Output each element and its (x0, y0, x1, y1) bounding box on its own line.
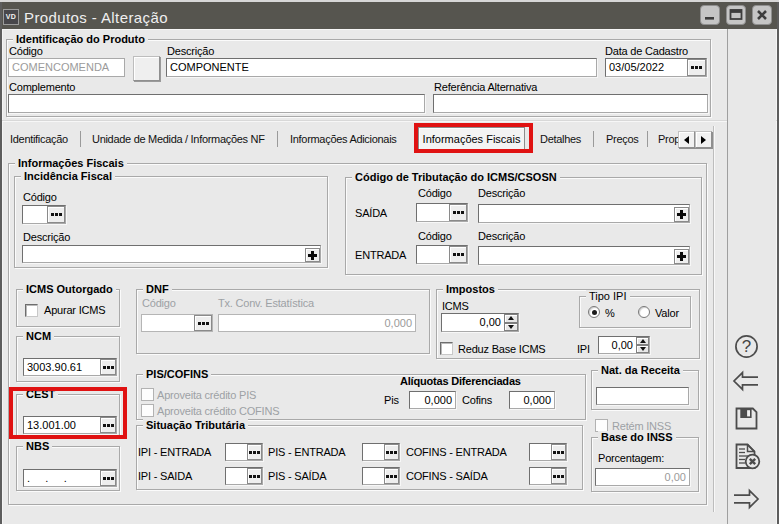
codigo-aux-button[interactable] (133, 56, 160, 81)
cofins-entrada-ellipsis-button[interactable] (551, 444, 566, 460)
ipi-saida-ellipsis-button[interactable] (247, 468, 262, 484)
nbs-ellipsis-button[interactable] (100, 470, 116, 486)
spin-up-icon[interactable] (636, 337, 649, 345)
ncm-ellipsis-button[interactable] (100, 359, 116, 375)
ipi-entrada-input[interactable] (226, 444, 247, 460)
aproveita-credito-pis-checkbox[interactable] (141, 388, 154, 401)
tributacao-saida-descricao-plus-button[interactable] (674, 207, 689, 222)
ipi-input[interactable]: 0,00 (599, 337, 636, 353)
data-cadastro-ellipsis-button[interactable] (687, 59, 706, 76)
sidebar-separator (727, 29, 728, 524)
descricao-input[interactable]: COMPONENTE (166, 58, 597, 77)
tributacao-entrada-codigo-field (416, 245, 468, 264)
tributacao-saida-codigo-ellipsis-button[interactable] (449, 204, 467, 221)
cofins-saida-ellipsis-button[interactable] (551, 468, 566, 484)
save-button[interactable] (735, 407, 758, 430)
incidencia-descricao-plus-button[interactable] (305, 248, 320, 262)
aliquotas-pis-input[interactable]: 0,000 (409, 391, 456, 409)
cancel-document-button[interactable] (734, 443, 762, 471)
forward-button[interactable] (732, 487, 760, 511)
tab-informacoes-adicionais[interactable]: Informações Adicionais (290, 133, 397, 146)
tab-precos[interactable]: Preços (606, 133, 638, 146)
descricao-label: Descrição (167, 45, 214, 58)
title-bar[interactable]: VD Produtos - Alteração (0, 2, 779, 29)
tab-unidade-medida[interactable]: Unidade de Medida / Informações NF (92, 133, 265, 146)
ipi-label: IPI (577, 343, 590, 356)
pis-entrada-ellipsis-button[interactable] (384, 444, 399, 460)
tipo-ipi-valor-label: Valor (655, 307, 679, 320)
spin-down-icon[interactable] (636, 345, 649, 353)
pis-saida-ellipsis-button[interactable] (384, 468, 399, 484)
help-button[interactable]: ? (733, 333, 760, 360)
pis-saida-field (362, 467, 400, 485)
tributacao-saida-descricao-input[interactable] (479, 205, 674, 222)
referencia-alternativa-input[interactable] (433, 94, 708, 113)
dnf-tx-input[interactable]: 0,000 (218, 314, 416, 332)
nat-receita-input[interactable] (596, 387, 689, 405)
spin-up-icon[interactable] (504, 314, 518, 323)
dnf-codigo-input[interactable] (142, 315, 194, 331)
incidencia-codigo-ellipsis-button[interactable] (47, 206, 65, 223)
apurar-icms-checkbox[interactable] (25, 304, 38, 317)
group-nbs-legend: NBS (23, 440, 52, 453)
group-icms-outorgado-legend: ICMS Outorgado (23, 283, 116, 296)
maximize-button[interactable] (726, 5, 746, 25)
icms-spinner[interactable] (504, 314, 518, 331)
ellipsis-icon (553, 451, 564, 454)
tab-detalhes[interactable]: Detalhes (540, 133, 581, 146)
tributacao-saida-label: SAÍDA (355, 207, 387, 220)
dnf-codigo-label: Código (142, 297, 176, 310)
group-situacao-tributaria-legend: Situação Tributária (143, 419, 248, 432)
aliquotas-cofins-input[interactable]: 0,000 (509, 391, 555, 409)
group-nat-receita-legend: Nat. da Receita (598, 364, 683, 377)
ipi-spinner[interactable] (636, 337, 649, 353)
pis-saida-input[interactable] (363, 468, 384, 484)
tipo-ipi-valor-radio[interactable] (638, 306, 650, 318)
pis-entrada-input[interactable] (363, 444, 384, 460)
ellipsis-icon (103, 477, 114, 480)
porcentagem-input[interactable]: 0,00 (595, 468, 690, 486)
minimize-button[interactable] (700, 5, 720, 25)
group-ncm-legend: NCM (23, 330, 54, 343)
arrow-right-icon (701, 136, 706, 144)
tributacao-entrada-codigo-ellipsis-button[interactable] (449, 246, 467, 263)
close-button[interactable] (752, 5, 772, 25)
tributacao-saida-codigo-input[interactable] (417, 204, 449, 221)
panel-bottom-highlight (2, 121, 777, 122)
tributacao-entrada-descricao-input[interactable] (479, 247, 674, 264)
codigo-input[interactable]: COMENCOMENDA (8, 58, 125, 77)
icms-input[interactable]: 0,00 (442, 314, 504, 331)
reduz-base-icms-checkbox[interactable] (440, 342, 453, 355)
incidencia-codigo-input[interactable] (23, 206, 47, 223)
ipi-field: 0,00 (598, 336, 650, 354)
ipi-saida-input[interactable] (226, 468, 247, 484)
tab-scroll-right-button[interactable] (695, 131, 712, 148)
tab-separator (277, 131, 278, 147)
tab-prop[interactable]: Prop (658, 133, 679, 146)
tributacao-entrada-descricao-plus-button[interactable] (674, 249, 689, 264)
cofins-saida-input[interactable] (530, 468, 551, 484)
plus-icon (677, 252, 686, 261)
tab-scroll-left-button[interactable] (678, 131, 695, 148)
aproveita-credito-cofins-checkbox[interactable] (141, 404, 154, 417)
cofins-saida-label: COFINS - SAÍDA (406, 470, 488, 483)
dnf-codigo-ellipsis-button[interactable] (194, 315, 212, 331)
tab-identificacao[interactable]: Identificação (10, 133, 68, 146)
ncm-field: 3003.90.61 (23, 358, 117, 376)
ncm-input[interactable]: 3003.90.61 (24, 359, 100, 375)
ipi-entrada-ellipsis-button[interactable] (247, 444, 262, 460)
tipo-ipi-percent-radio[interactable] (588, 306, 600, 318)
complemento-input[interactable] (8, 94, 425, 113)
window-title: Produtos - Alteração (24, 9, 168, 26)
tributacao-entrada-descricao-field (478, 246, 690, 265)
porcentagem-label: Porcentagem: (598, 452, 664, 465)
data-cadastro-input[interactable]: 03/05/2022 (606, 59, 687, 76)
tributacao-entrada-codigo-input[interactable] (417, 246, 449, 263)
ellipsis-icon (386, 475, 397, 478)
nbs-input[interactable]: . . . (24, 470, 100, 486)
cofins-entrada-input[interactable] (530, 444, 551, 460)
group-base-inss-legend: Base do INSS (598, 431, 676, 444)
spin-down-icon[interactable] (504, 323, 518, 332)
back-button[interactable] (732, 369, 760, 393)
incidencia-descricao-input[interactable] (23, 246, 305, 262)
